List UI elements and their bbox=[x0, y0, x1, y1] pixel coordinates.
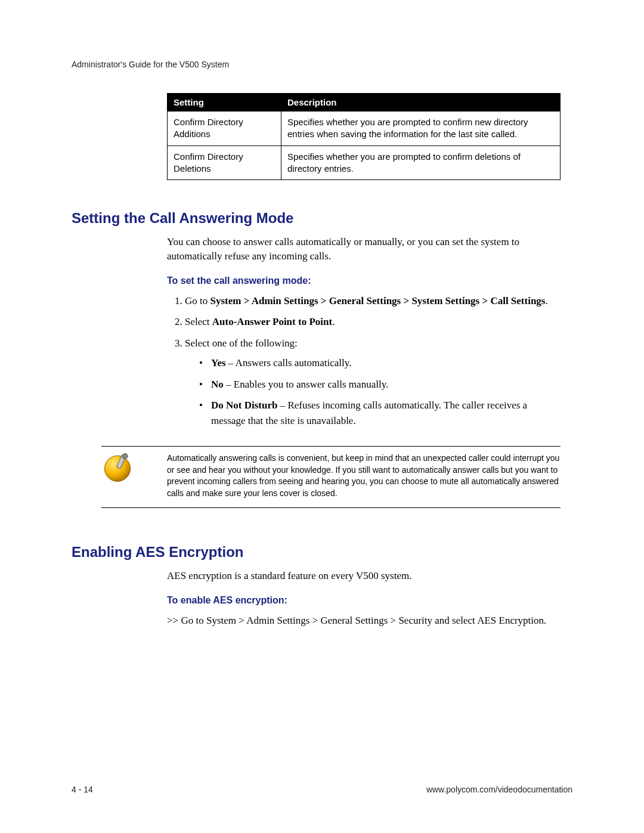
subhead-call-answering: To set the call answering mode: bbox=[167, 275, 561, 286]
options-list: Yes – Answers calls automatically. No – … bbox=[185, 355, 561, 428]
step-text: and select bbox=[432, 615, 477, 626]
option-bold: Do Not Disturb bbox=[211, 400, 277, 411]
option-bold: Yes bbox=[211, 357, 226, 368]
section-heading-aes: Enabling AES Encryption bbox=[72, 544, 572, 561]
subhead-aes: To enable AES encryption: bbox=[167, 595, 561, 606]
table-row: Confirm Directory Deletions Specifies wh… bbox=[168, 145, 561, 180]
page-footer: 4 - 14 www.polycom.com/videodocumentatio… bbox=[72, 785, 572, 794]
step-text: Go to bbox=[185, 295, 210, 306]
step-1: Go to System > Admin Settings > General … bbox=[185, 293, 561, 309]
step-text: . bbox=[544, 615, 546, 626]
running-header: Administrator's Guide for the V500 Syste… bbox=[72, 60, 572, 69]
page: Administrator's Guide for the V500 Syste… bbox=[0, 0, 644, 833]
option-text: – Enables you to answer calls manually. bbox=[224, 379, 389, 390]
step-2: Select Auto-Answer Point to Point. bbox=[185, 314, 561, 330]
cell-setting: Confirm Directory Deletions bbox=[168, 145, 281, 180]
table-header-row: Setting Description bbox=[168, 94, 561, 112]
option-dnd: Do Not Disturb – Refuses incoming calls … bbox=[199, 398, 561, 428]
svg-point-2 bbox=[122, 454, 128, 459]
option-yes: Yes – Answers calls automatically. bbox=[199, 355, 561, 371]
th-setting: Setting bbox=[168, 94, 281, 112]
option-no: No – Enables you to answer calls manuall… bbox=[199, 377, 561, 392]
option-text: – Answers calls automatically. bbox=[226, 357, 352, 368]
step-text: . bbox=[332, 316, 335, 327]
section-heading-call-answering: Setting the Call Answering Mode bbox=[72, 210, 572, 227]
step-bold: Auto-Answer Point to Point bbox=[212, 316, 332, 327]
cell-desc: Specifies whether you are prompted to co… bbox=[281, 145, 561, 180]
aes-step: >> Go to System > Admin Settings > Gener… bbox=[167, 613, 561, 628]
section1-intro: You can choose to answer calls automatic… bbox=[167, 235, 561, 264]
step-text: Select bbox=[185, 316, 212, 327]
step-3: Select one of the following: Yes – Answe… bbox=[185, 336, 561, 429]
section2-intro: AES encryption is a standard feature on … bbox=[167, 569, 561, 583]
step-text: Select one of the following: bbox=[185, 337, 298, 349]
step-bold: System > Admin Settings > General Settin… bbox=[210, 295, 546, 306]
settings-table: Setting Description Confirm Directory Ad… bbox=[167, 93, 561, 180]
note-block: Automatically answering calls is conveni… bbox=[101, 446, 561, 508]
step-marker: >> bbox=[167, 615, 181, 626]
note-text: Automatically answering calls is conveni… bbox=[137, 451, 561, 503]
step-text: . bbox=[545, 295, 547, 306]
step-bold: AES Encryption bbox=[477, 615, 544, 626]
pin-icon bbox=[101, 451, 137, 486]
th-description: Description bbox=[281, 94, 561, 112]
section1-body: You can choose to answer calls automatic… bbox=[167, 235, 561, 428]
step-text: Go to bbox=[181, 615, 206, 626]
cell-setting: Confirm Directory Additions bbox=[168, 112, 281, 146]
table-row: Confirm Directory Additions Specifies wh… bbox=[168, 112, 561, 146]
steps-list: Go to System > Admin Settings > General … bbox=[167, 293, 561, 429]
cell-desc: Specifies whether you are prompted to co… bbox=[281, 112, 561, 146]
step-bold: System > Admin Settings > General Settin… bbox=[206, 615, 432, 626]
footer-url: www.polycom.com/videodocumentation bbox=[426, 785, 572, 794]
option-bold: No bbox=[211, 379, 224, 390]
svg-point-0 bbox=[104, 456, 130, 481]
section2-body: AES encryption is a standard feature on … bbox=[167, 569, 561, 628]
page-number: 4 - 14 bbox=[72, 785, 93, 794]
